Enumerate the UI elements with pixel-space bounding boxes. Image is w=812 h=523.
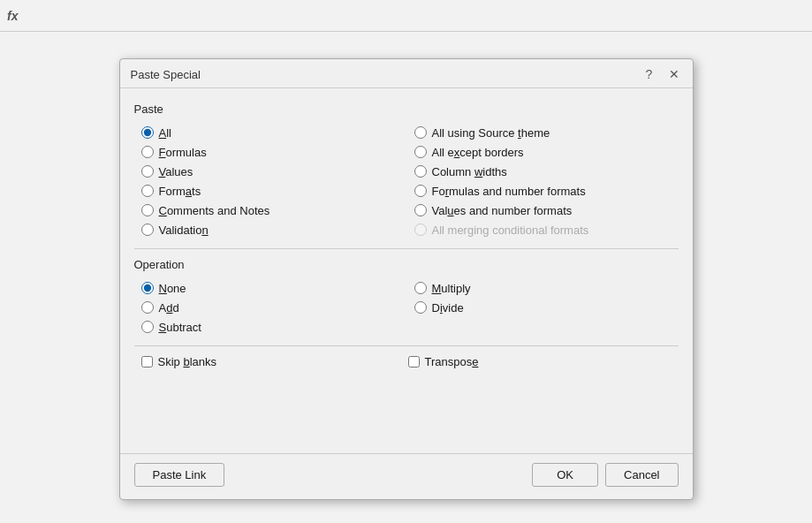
paste-values-radio[interactable]	[141, 165, 154, 178]
dialog-title: Paste Special	[131, 68, 201, 81]
paste-formats-radio[interactable]	[141, 185, 154, 197]
operation-options-right: Multiply Divide	[414, 278, 679, 337]
op-subtract-row: Subtract	[141, 317, 406, 337]
paste-section-label: Paste	[134, 102, 679, 116]
op-multiply-radio[interactable]	[414, 282, 427, 294]
op-divide-radio[interactable]	[414, 301, 427, 314]
dialog-title-bar: Paste Special ? ✕	[120, 59, 693, 88]
paste-validation-row: Validation	[141, 220, 406, 239]
paste-merging-radio[interactable]	[414, 224, 427, 236]
paste-merging-label: All merging conditional formats	[432, 224, 589, 237]
op-divide-row: Divide	[414, 298, 679, 317]
op-subtract-radio[interactable]	[141, 321, 154, 333]
op-multiply-row: Multiply	[414, 278, 679, 298]
transpose-row: Transpose	[408, 355, 672, 368]
paste-formulas-radio[interactable]	[141, 146, 154, 158]
paste-col-widths-radio[interactable]	[414, 165, 427, 178]
paste-col-widths-row: Column widths	[414, 162, 679, 181]
skip-blanks-label[interactable]: Skip blanks	[158, 355, 217, 368]
checkboxes-area: Skip blanks Transpose	[141, 355, 672, 368]
paste-all-radio[interactable]	[141, 126, 154, 139]
paste-link-button[interactable]: Paste Link	[134, 463, 225, 487]
ok-button[interactable]: OK	[532, 463, 598, 487]
help-icon[interactable]: ?	[641, 66, 657, 82]
paste-formulas-num-row: Formulas and number formats	[414, 181, 679, 201]
op-none-row: None	[141, 278, 406, 298]
paste-values-row: Values	[141, 162, 406, 181]
op-divide-label[interactable]: Divide	[432, 301, 464, 315]
paste-except-borders-radio[interactable]	[414, 146, 427, 158]
paste-values-num-radio[interactable]	[414, 204, 427, 216]
paste-formats-row: Formats	[141, 181, 406, 201]
section-divider-2	[134, 345, 679, 346]
operation-section-label: Operation	[134, 258, 679, 271]
paste-all-label[interactable]: All	[159, 126, 171, 140]
paste-except-borders-label[interactable]: All except borders	[432, 146, 524, 159]
transpose-checkbox[interactable]	[408, 356, 420, 368]
paste-validation-label[interactable]: Validation	[159, 224, 209, 237]
paste-values-num-row: Values and number formats	[414, 201, 679, 220]
paste-formats-label[interactable]: Formats	[159, 185, 201, 198]
skip-blanks-checkbox[interactable]	[141, 356, 153, 368]
paste-except-borders-row: All except borders	[414, 142, 679, 162]
paste-formulas-label[interactable]: Formulas	[159, 146, 207, 159]
dialog-overlay: Paste Special ? ✕ Paste All For	[0, 0, 812, 523]
dialog-title-icons: ? ✕	[641, 66, 682, 82]
op-add-label[interactable]: Add	[159, 301, 179, 315]
dialog-footer: Paste Link OK Cancel	[120, 453, 693, 499]
paste-comments-radio[interactable]	[141, 204, 154, 216]
section-divider-1	[134, 248, 679, 249]
paste-options-right: All using Source theme All except border…	[414, 123, 679, 239]
op-multiply-label[interactable]: Multiply	[432, 282, 471, 295]
op-none-radio[interactable]	[141, 282, 154, 294]
paste-merging-row: All merging conditional formats	[414, 220, 679, 239]
paste-options-left: All Formulas Values Formats	[141, 123, 406, 239]
close-icon[interactable]: ✕	[666, 66, 682, 82]
footer-right-buttons: OK Cancel	[532, 463, 678, 487]
paste-all-source-row: All using Source theme	[414, 123, 679, 142]
paste-values-num-label[interactable]: Values and number formats	[432, 204, 573, 217]
operation-options-left: None Add Subtract	[141, 278, 406, 337]
op-add-row: Add	[141, 298, 406, 317]
dialog-body: Paste All Formulas Values	[120, 88, 693, 453]
paste-col-widths-label[interactable]: Column widths	[432, 165, 507, 178]
toolbar-bar: fx	[0, 0, 812, 32]
fx-icon: fx	[7, 9, 18, 23]
paste-values-label[interactable]: Values	[159, 165, 194, 178]
paste-formulas-num-radio[interactable]	[414, 185, 427, 197]
paste-all-row: All	[141, 123, 406, 142]
paste-comments-label[interactable]: Comments and Notes	[159, 204, 270, 217]
cancel-button[interactable]: Cancel	[605, 463, 678, 487]
op-add-radio[interactable]	[141, 301, 154, 314]
paste-all-source-label[interactable]: All using Source theme	[432, 126, 550, 140]
paste-comments-row: Comments and Notes	[141, 201, 406, 220]
operation-options-grid: None Add Subtract Multiply	[141, 278, 679, 337]
paste-validation-radio[interactable]	[141, 224, 154, 236]
paste-options-grid: All Formulas Values Formats	[141, 123, 679, 239]
skip-blanks-row: Skip blanks	[141, 355, 405, 368]
paste-all-source-radio[interactable]	[414, 126, 427, 139]
paste-formulas-row: Formulas	[141, 142, 406, 162]
paste-special-dialog: Paste Special ? ✕ Paste All For	[119, 58, 694, 500]
op-subtract-label[interactable]: Subtract	[159, 321, 201, 334]
op-none-label[interactable]: None	[159, 282, 186, 295]
paste-formulas-num-label[interactable]: Formulas and number formats	[432, 185, 586, 198]
transpose-label[interactable]: Transpose	[425, 355, 479, 368]
